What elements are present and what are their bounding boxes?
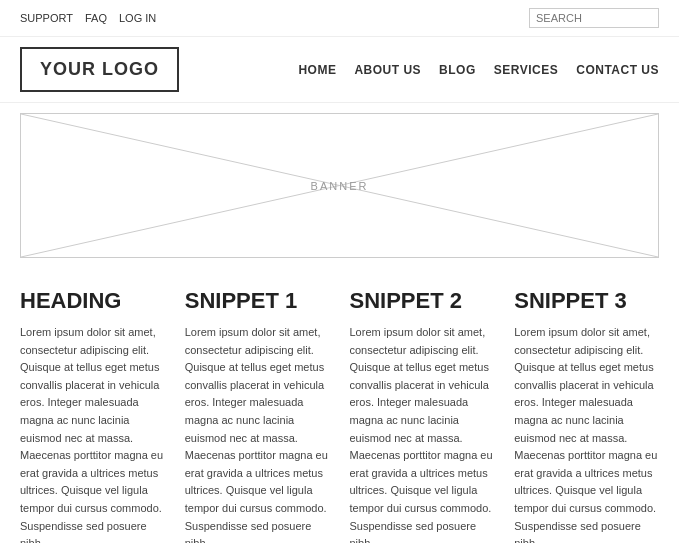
banner-wireframe: BANNER — [20, 113, 659, 258]
search-box — [529, 8, 659, 28]
support-link[interactable]: SUPPORT — [20, 12, 73, 24]
top-bar-links: SUPPORT FAQ LOG IN — [20, 12, 156, 24]
heading-body: Lorem ipsum dolor sit amet, consectetur … — [20, 324, 165, 543]
snippet1-body: Lorem ipsum dolor sit amet, consectetur … — [185, 324, 330, 543]
header: YOUR LOGO HOME ABOUT US BLOG SERVICES CO… — [0, 37, 679, 103]
svg-line-0 — [21, 114, 658, 257]
nav-about[interactable]: ABOUT US — [354, 63, 421, 77]
banner-container: BANNER — [0, 103, 679, 268]
snippet2-column: SNIPPET 2 Lorem ipsum dolor sit amet, co… — [350, 288, 495, 543]
snippet3-column: SNIPPET 3 Lorem ipsum dolor sit amet, co… — [514, 288, 659, 543]
snippet1-column: SNIPPET 1 Lorem ipsum dolor sit amet, co… — [185, 288, 330, 543]
search-input[interactable] — [529, 8, 659, 28]
snippet1-title: SNIPPET 1 — [185, 288, 330, 314]
main-nav: HOME ABOUT US BLOG SERVICES CONTACT US — [298, 63, 659, 77]
heading-column: HEADING Lorem ipsum dolor sit amet, cons… — [20, 288, 165, 543]
svg-line-1 — [21, 114, 658, 257]
heading-title: HEADING — [20, 288, 165, 314]
faq-link[interactable]: FAQ — [85, 12, 107, 24]
banner-label: BANNER — [311, 180, 369, 192]
login-link[interactable]: LOG IN — [119, 12, 156, 24]
nav-home[interactable]: HOME — [298, 63, 336, 77]
nav-blog[interactable]: BLOG — [439, 63, 476, 77]
snippet2-title: SNIPPET 2 — [350, 288, 495, 314]
nav-contact[interactable]: CONTACT US — [576, 63, 659, 77]
snippet3-body: Lorem ipsum dolor sit amet, consectetur … — [514, 324, 659, 543]
snippet3-title: SNIPPET 3 — [514, 288, 659, 314]
snippet2-body: Lorem ipsum dolor sit amet, consectetur … — [350, 324, 495, 543]
logo: YOUR LOGO — [20, 47, 179, 92]
content-section: HEADING Lorem ipsum dolor sit amet, cons… — [0, 268, 679, 543]
top-bar: SUPPORT FAQ LOG IN — [0, 0, 679, 37]
banner-x-lines — [21, 114, 658, 257]
nav-services[interactable]: SERVICES — [494, 63, 558, 77]
